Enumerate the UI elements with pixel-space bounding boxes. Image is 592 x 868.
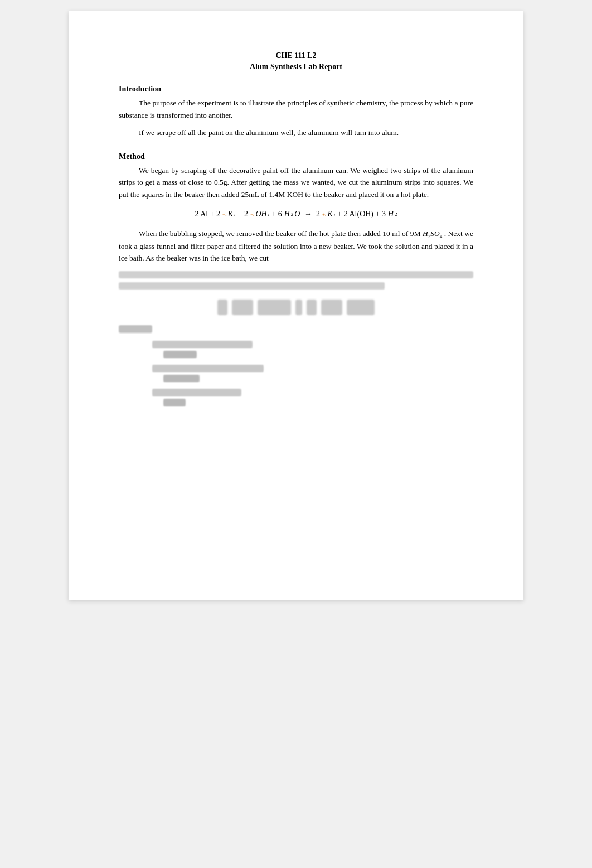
eq1-plus1: + 2	[238, 210, 248, 219]
blurred-eq2-item7	[347, 300, 375, 315]
blurred-list	[152, 341, 473, 406]
blurred-eq2-item5	[307, 300, 317, 315]
blurred-section-label	[119, 325, 152, 333]
blurred-item1-label	[152, 341, 253, 348]
eq1-aloh: + 2 Al(OH) + 3	[337, 210, 386, 219]
method-para2: When the bubbling stopped, we removed th…	[119, 228, 473, 264]
equation-1: 2 Al + 2 +iKi + 2 −iOHi + 6 H2O → 2 +iKi…	[119, 210, 473, 219]
blurred-eq2-item4	[295, 300, 302, 315]
eq1-oh: −iOHi	[250, 210, 269, 219]
method-heading: Method	[119, 152, 473, 161]
document-page: CHE 111 L2 Alum Synthesis Lab Report Int…	[69, 11, 523, 600]
introduction-para1: The purpose of the experiment is to illu…	[119, 97, 473, 121]
blurred-item2-value	[163, 375, 200, 382]
eq1-k1: +iKi	[222, 210, 235, 219]
introduction-para2: If we scrape off all the paint on the al…	[119, 127, 473, 139]
blurred-list-item-2	[152, 365, 473, 382]
blurred-line-2	[119, 282, 385, 290]
eq1-k2: +iKi	[322, 210, 335, 219]
course-label: CHE 111 L2	[119, 51, 473, 60]
blurred-text-section	[119, 271, 473, 290]
blurred-data-section	[119, 325, 473, 406]
eq1-arrow: → 2	[302, 210, 320, 219]
blurred-line-1	[119, 271, 473, 278]
blurred-item3-value	[163, 399, 186, 406]
blurred-list-item-1	[152, 341, 473, 358]
blurred-equation-2	[119, 300, 473, 315]
method-section: Method We began by scraping of the decor…	[119, 152, 473, 406]
eq1-term1: 2 Al + 2	[195, 210, 220, 219]
blurred-item3-label	[152, 389, 241, 396]
blurred-item2-label	[152, 365, 264, 372]
blurred-list-item-3	[152, 389, 473, 406]
introduction-heading: Introduction	[119, 85, 473, 94]
introduction-section: Introduction The purpose of the experime…	[119, 85, 473, 139]
blurred-item1-value	[163, 351, 197, 358]
blurred-eq2-item1	[217, 300, 227, 315]
eq1-h2o: H2O	[284, 210, 300, 219]
method-para1: We began by scraping of the decorative p…	[119, 165, 473, 201]
eq1-h2: H2	[388, 210, 397, 219]
eq1-plus2: + 6	[271, 210, 282, 219]
blurred-eq2-item2	[232, 300, 253, 315]
blurred-eq2-item3	[258, 300, 291, 315]
blurred-eq2-item6	[321, 300, 342, 315]
document-title: Alum Synthesis Lab Report	[119, 62, 473, 71]
